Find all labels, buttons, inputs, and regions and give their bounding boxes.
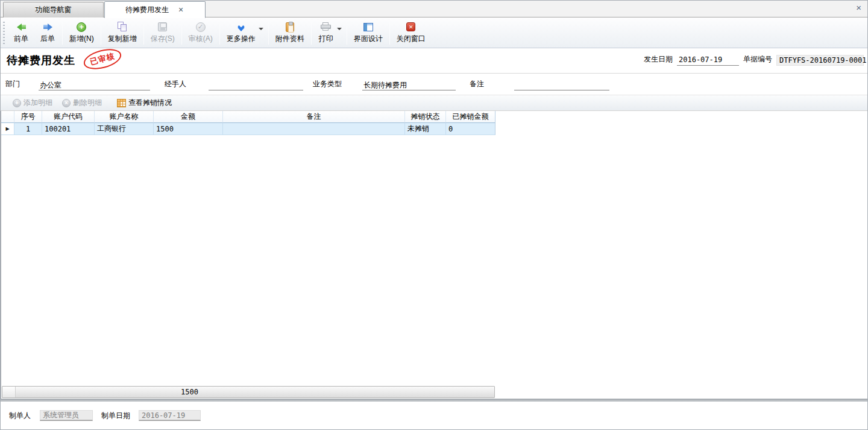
- creator-label: 制单人: [9, 411, 40, 421]
- toolbar-separator: [268, 21, 269, 45]
- cell-seq[interactable]: 1: [14, 123, 42, 135]
- business-type-field[interactable]: 长期待摊费用: [362, 80, 456, 90]
- toolbar-grip[interactable]: [3, 22, 6, 44]
- grid-selector-header: [1, 111, 14, 123]
- row-selector-icon: ▶: [1, 123, 14, 135]
- business-type-label: 业务类型: [313, 79, 362, 90]
- delete-detail-button: × 删除明细: [58, 96, 105, 109]
- doc-no-field: DTFYFS-20160719-0001: [776, 55, 864, 66]
- tab-nav-window[interactable]: 功能导航窗: [3, 2, 104, 17]
- grid-header-row: 序号 账户代码 账户名称 金额 备注 摊销状态 已摊销金额: [1, 111, 495, 123]
- cell-amortize-status[interactable]: 未摊销: [405, 123, 446, 135]
- close-icon: ✕: [406, 22, 415, 31]
- column-header-seq[interactable]: 序号: [14, 111, 42, 123]
- save-icon: [158, 22, 167, 31]
- x-circle-gray-icon: ×: [62, 99, 71, 107]
- column-header-remark[interactable]: 备注: [223, 111, 405, 123]
- column-header-amount[interactable]: 金额: [154, 111, 223, 123]
- table-row[interactable]: ▶ 1 100201 工商银行 1500 未摊销 0: [1, 123, 495, 135]
- audited-stamp: 已审核: [81, 45, 124, 73]
- occur-date-field[interactable]: 2016-07-19: [677, 55, 739, 66]
- document-header: 待摊费用发生 已审核 发生日期 2016-07-19 单据编号 DTFYFS-2…: [1, 48, 867, 73]
- tab-close-icon[interactable]: ×: [177, 6, 184, 13]
- chevrons-down-icon: [239, 24, 244, 30]
- close-window-button[interactable]: ✕ 关闭窗口: [391, 18, 431, 48]
- add-detail-button: + 添加明细: [9, 96, 56, 109]
- toolbar-separator: [62, 21, 63, 45]
- department-label: 部门: [5, 79, 39, 90]
- prev-doc-button[interactable]: 前单: [8, 18, 34, 48]
- view-amortization-button[interactable]: 查看摊销情况: [113, 96, 175, 109]
- form-row: 部门 办公室 经手人 业务类型 长期待摊费用 备注: [1, 73, 867, 95]
- toolbar-separator: [181, 21, 182, 45]
- toolbar-separator: [219, 21, 220, 45]
- toolbar-separator: [101, 21, 101, 45]
- grid-empty-space: [1, 135, 495, 386]
- detail-grid: 序号 账户代码 账户名称 金额 备注 摊销状态 已摊销金额 ▶ 1 100201…: [1, 111, 495, 399]
- layout-icon: [363, 23, 373, 31]
- column-header-account-code[interactable]: 账户代码: [42, 111, 95, 123]
- cell-account-code[interactable]: 100201: [42, 123, 95, 135]
- column-header-amortize-status[interactable]: 摊销状态: [405, 111, 446, 123]
- next-doc-button[interactable]: 后单: [34, 18, 61, 48]
- attachment-icon: [286, 22, 294, 32]
- app-window: 功能导航窗 待摊费用发生 × × 前单 后单 + 新增(N) 复制新增: [0, 0, 868, 430]
- cell-remark[interactable]: [223, 123, 405, 135]
- toolbar-separator: [389, 21, 390, 45]
- column-header-account-name[interactable]: 账户名称: [95, 111, 154, 123]
- grid-area: 序号 账户代码 账户名称 金额 备注 摊销状态 已摊销金额 ▶ 1 100201…: [1, 111, 867, 399]
- tab-bar: 功能导航窗 待摊费用发生 × ×: [1, 1, 867, 17]
- table-grid-icon: [117, 99, 126, 107]
- chevron-down-icon[interactable]: [259, 28, 263, 30]
- page-title: 待摊费用发生: [7, 53, 75, 68]
- more-operations-button[interactable]: 更多操作: [221, 20, 261, 46]
- cell-account-name[interactable]: 工商银行: [95, 123, 154, 135]
- plus-circle-icon: +: [77, 22, 86, 32]
- tab-label: 功能导航窗: [36, 5, 72, 15]
- arrow-left-icon: [17, 22, 26, 33]
- detail-toolbar: + 添加明细 × 删除明细 查看摊销情况: [1, 95, 867, 111]
- check-circle-icon: ✓: [196, 22, 206, 32]
- handler-label: 经手人: [165, 79, 209, 90]
- ui-design-button[interactable]: 界面设计: [348, 18, 388, 48]
- new-button[interactable]: + 新增(N): [64, 18, 99, 48]
- column-header-amortized-amount[interactable]: 已摊销金额: [446, 111, 495, 123]
- cell-amount[interactable]: 1500: [154, 123, 223, 135]
- handler-field[interactable]: [209, 80, 303, 90]
- main-toolbar: 前单 后单 + 新增(N) 复制新增 保存(S) ✓ 审核(A): [1, 18, 867, 48]
- print-button[interactable]: 打印: [313, 20, 339, 46]
- department-field[interactable]: 办公室: [39, 80, 150, 90]
- toolbar-separator: [311, 21, 312, 45]
- remark-label: 备注: [470, 79, 514, 90]
- audit-button: ✓ 审核(A): [183, 18, 218, 48]
- tab-label: 待摊费用发生: [125, 5, 169, 15]
- printer-icon: [321, 22, 331, 31]
- attachment-button[interactable]: 附件资料: [270, 18, 310, 48]
- toolbar-separator: [347, 21, 347, 45]
- create-date-field: 2016-07-19: [139, 410, 201, 421]
- amount-sum: 1500: [155, 387, 224, 397]
- window-close-icon[interactable]: ×: [856, 4, 861, 12]
- bottom-panel: 制单人 系统管理员 制单日期 2016-07-19: [1, 402, 867, 429]
- doc-no-label: 单据编号: [743, 54, 772, 65]
- create-date-label: 制单日期: [101, 411, 139, 421]
- remark-field[interactable]: [514, 80, 609, 90]
- arrow-right-icon: [43, 22, 52, 33]
- occur-date-label: 发生日期: [644, 54, 673, 65]
- grid-sum-bar: 1500: [2, 386, 495, 398]
- toolbar-separator: [143, 21, 144, 45]
- plus-circle-gray-icon: +: [13, 99, 21, 107]
- cell-amortized-amount[interactable]: 0: [446, 123, 495, 135]
- chevron-down-icon[interactable]: [337, 28, 342, 30]
- copy-icon: [117, 22, 127, 32]
- save-button: 保存(S): [145, 18, 180, 48]
- tab-prepaid-expense[interactable]: 待摊费用发生 ×: [104, 1, 206, 18]
- copy-new-button[interactable]: 复制新增: [102, 18, 142, 48]
- creator-field: 系统管理员: [40, 410, 93, 421]
